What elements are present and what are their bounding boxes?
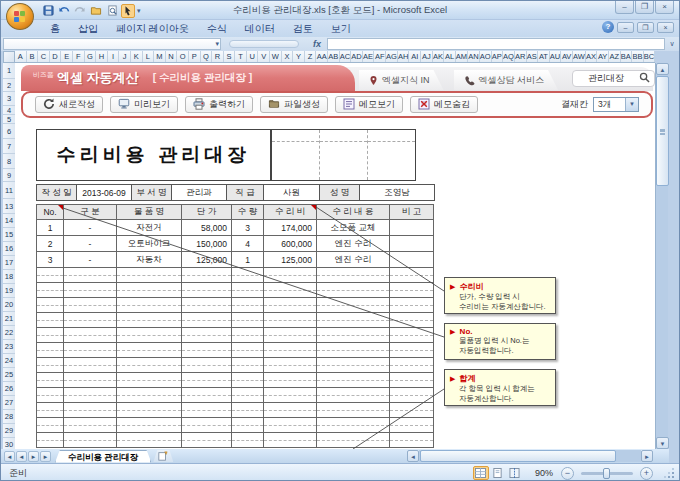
table-cell[interactable] <box>37 283 64 298</box>
table-cell[interactable]: - <box>64 220 117 236</box>
row-header-28[interactable]: 28 <box>3 410 15 424</box>
table-cell[interactable]: 174,000 <box>264 220 317 236</box>
row-header-19[interactable]: 19 <box>3 284 15 298</box>
toolbar-button-6[interactable]: 메모숨김 <box>410 96 478 113</box>
search-box[interactable]: 관리대장 <box>572 70 655 87</box>
zoom-out-icon[interactable]: − <box>561 467 574 480</box>
workbook-close-button[interactable]: × <box>657 22 674 33</box>
table-cell[interactable] <box>317 283 390 298</box>
table-cell[interactable] <box>232 298 264 313</box>
table-cell[interactable] <box>317 328 390 343</box>
zoom-slider-thumb[interactable] <box>603 468 610 479</box>
column-header-V[interactable]: V <box>258 51 270 63</box>
row-header-8[interactable]: 8 <box>3 154 15 169</box>
name-box[interactable]: ▾ <box>3 38 221 50</box>
column-header-C[interactable]: C <box>38 51 50 63</box>
column-header-AM[interactable]: AM <box>456 51 468 63</box>
row-header-24[interactable]: 24 <box>3 354 15 368</box>
table-cell[interactable] <box>117 358 182 373</box>
table-cell[interactable] <box>64 298 117 313</box>
column-header-AG[interactable]: AG <box>386 51 398 63</box>
table-cell[interactable] <box>64 388 117 403</box>
approval-box[interactable] <box>271 129 416 181</box>
page-layout-view-icon[interactable] <box>490 466 506 480</box>
table-cell[interactable] <box>264 268 317 283</box>
table-cell[interactable] <box>390 283 434 298</box>
table-cell[interactable] <box>317 403 390 418</box>
table-cell[interactable] <box>117 328 182 343</box>
table-cell[interactable] <box>264 418 317 433</box>
table-cell[interactable] <box>264 433 317 448</box>
table-cell[interactable] <box>182 418 232 433</box>
table-cell[interactable] <box>64 433 117 448</box>
column-header-E[interactable]: E <box>61 51 73 63</box>
table-cell[interactable] <box>390 388 434 403</box>
ribbon-tab-3[interactable]: 페이지 레이아웃 <box>107 20 198 37</box>
row-header-15[interactable]: 15 <box>3 228 15 242</box>
table-cell[interactable]: 오토바이크 <box>117 236 182 252</box>
table-cell[interactable] <box>117 388 182 403</box>
table-cell[interactable] <box>264 283 317 298</box>
column-header-AE[interactable]: AE <box>363 51 375 63</box>
banner-tab-2[interactable]: 엑셀상담 서비스 <box>454 70 559 90</box>
table-cell[interactable] <box>64 313 117 328</box>
row-header-9[interactable]: 9 <box>3 169 15 182</box>
table-cell[interactable] <box>117 433 182 448</box>
toolbar-button-4[interactable]: 파일생성 <box>260 96 328 113</box>
table-cell[interactable] <box>264 403 317 418</box>
column-header-AJ[interactable]: AJ <box>421 51 433 63</box>
table-cell[interactable] <box>317 268 390 283</box>
column-header-Z[interactable]: Z <box>305 51 317 63</box>
table-cell[interactable] <box>182 373 232 388</box>
table-cell[interactable] <box>317 373 390 388</box>
prev-sheet-icon[interactable]: ◄ <box>16 451 27 462</box>
column-header-AH[interactable]: AH <box>398 51 410 63</box>
expand-formula-bar-icon[interactable]: ∨ <box>665 40 679 48</box>
table-cell[interactable] <box>390 373 434 388</box>
table-cell[interactable] <box>117 373 182 388</box>
table-cell[interactable] <box>232 433 264 448</box>
column-header-AB[interactable]: AB <box>328 51 340 63</box>
table-cell[interactable] <box>317 433 390 448</box>
row-header-20[interactable]: 20 <box>3 298 15 312</box>
column-header-S[interactable]: S <box>224 51 236 63</box>
column-header-AC[interactable]: AC <box>340 51 352 63</box>
table-cell[interactable] <box>117 268 182 283</box>
formula-bar-resizer[interactable] <box>229 40 299 48</box>
next-sheet-icon[interactable]: ► <box>28 451 39 462</box>
table-cell[interactable] <box>390 220 434 236</box>
row-header-11[interactable]: 11 <box>3 182 15 199</box>
column-header-A[interactable]: A <box>15 51 27 63</box>
search-input[interactable]: 관리대장 <box>573 72 639 85</box>
help-icon[interactable]: ? <box>602 21 614 33</box>
toolbar-button-5[interactable]: 메모보기 <box>335 96 403 113</box>
hscroll-left-icon[interactable]: ◄ <box>407 450 419 462</box>
table-cell[interactable] <box>390 252 434 268</box>
column-header-AR[interactable]: AR <box>515 51 527 63</box>
table-cell[interactable] <box>37 418 64 433</box>
table-cell[interactable] <box>390 418 434 433</box>
table-cell[interactable] <box>390 313 434 328</box>
table-cell[interactable] <box>37 388 64 403</box>
sheet-tab[interactable]: 수리비용 관리대장 <box>55 450 151 463</box>
column-header-AL[interactable]: AL <box>444 51 456 63</box>
table-cell[interactable] <box>390 358 434 373</box>
toolbar-button-3[interactable]: 출력하기 <box>185 96 253 113</box>
table-cell[interactable]: 엔진 수리 <box>317 252 390 268</box>
table-cell[interactable] <box>64 283 117 298</box>
document-title[interactable]: 수리비용 관리대장 <box>36 129 271 181</box>
column-header-BC[interactable]: BC <box>644 51 655 63</box>
table-cell[interactable] <box>264 343 317 358</box>
column-header-N[interactable]: N <box>166 51 178 63</box>
table-cell[interactable] <box>37 343 64 358</box>
table-cell[interactable]: 자동차 <box>117 252 182 268</box>
table-cell[interactable] <box>390 236 434 252</box>
table-cell[interactable]: 3 <box>37 252 64 268</box>
page-break-view-icon[interactable] <box>507 466 523 480</box>
column-header-G[interactable]: G <box>85 51 97 63</box>
info-value-4[interactable]: 조영남 <box>360 185 434 200</box>
scroll-up-icon[interactable]: ▲ <box>656 63 669 75</box>
table-cell[interactable] <box>390 298 434 313</box>
first-sheet-icon[interactable]: ◄ <box>4 451 15 462</box>
table-cell[interactable] <box>232 373 264 388</box>
